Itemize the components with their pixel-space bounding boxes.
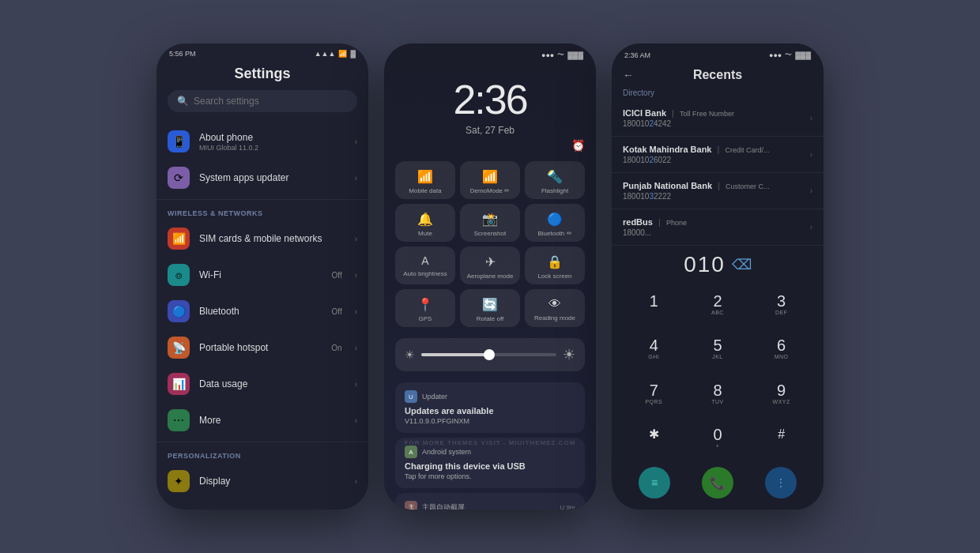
auto-brightness-label: Auto brightness bbox=[401, 270, 449, 277]
contact-redbus[interactable]: redBus | Phone 18000... › bbox=[612, 209, 824, 246]
about-phone-subtitle: MIUI Global 11.0.2 bbox=[199, 144, 345, 152]
notification-theme[interactable]: 主 主题自动截屏 U 9hr 主题自动截屏 is running Tap for… bbox=[395, 493, 585, 510]
sim-title: SIM cards & mobile networks bbox=[199, 233, 345, 244]
key-6[interactable]: 6 MNO bbox=[750, 329, 812, 372]
settings-item-display[interactable]: ✦ Display › bbox=[156, 463, 368, 499]
directory-label: Directory bbox=[612, 85, 824, 100]
sim-chevron: › bbox=[355, 235, 357, 243]
menu-button[interactable]: ≡ bbox=[639, 467, 670, 498]
key-1[interactable]: 1 bbox=[623, 284, 685, 327]
tile-reading[interactable]: 👁 Reading mode bbox=[525, 289, 585, 327]
search-input[interactable] bbox=[194, 96, 348, 107]
kotak-chevron: › bbox=[810, 150, 812, 159]
tile-mute[interactable]: 🔔 Mute bbox=[395, 204, 455, 242]
aeroplane-icon: ✈ bbox=[466, 254, 514, 269]
delete-button[interactable]: ⌫ bbox=[732, 256, 752, 273]
brightness-thumb[interactable] bbox=[484, 349, 495, 360]
tile-lock-screen[interactable]: 🔒 Lock screen bbox=[525, 246, 585, 284]
hotspot-value: On bbox=[331, 344, 341, 352]
brightness-slider[interactable]: ☀ ☀ bbox=[395, 338, 585, 371]
settings-item-hotspot[interactable]: 📡 Portable hotspot On › bbox=[156, 329, 368, 366]
about-phone-chevron: › bbox=[355, 137, 357, 146]
system-apps-icon: ⟳ bbox=[168, 167, 190, 189]
settings-item-system-apps[interactable]: ⟳ System apps updater › bbox=[156, 160, 368, 196]
settings-item-about-phone[interactable]: 📱 About phone MIUI Global 11.0.2 › bbox=[156, 123, 368, 160]
settings-search-bar[interactable]: 🔍 bbox=[168, 90, 357, 112]
key-9[interactable]: 9 WXYZ bbox=[750, 373, 812, 416]
contact-kotak[interactable]: Kotak Mahindra Bank | Credit Card/... 18… bbox=[612, 137, 824, 173]
settings-item-bluetooth[interactable]: 🔵 Bluetooth Off › bbox=[156, 293, 368, 329]
dial-display: 010 ⌫ bbox=[612, 246, 824, 284]
recents-header: ← Recents bbox=[612, 63, 824, 85]
tile-demomode[interactable]: 📶 DemoMode ✏ bbox=[460, 161, 520, 199]
lock-screen-tile-icon: 🔒 bbox=[531, 254, 579, 269]
android-app-icon: A bbox=[405, 446, 417, 458]
mobile-data-icon: 📶 bbox=[401, 169, 449, 184]
phone-settings: 5:56 PM ▲▲▲ 📶 ▓ Settings 🔍 📱 About phone… bbox=[156, 43, 368, 510]
back-button[interactable]: ← bbox=[623, 69, 634, 81]
android-notif-title: Charging this device via USB bbox=[405, 461, 575, 471]
settings-item-wifi[interactable]: ⌾ Wi-Fi Off › bbox=[156, 257, 368, 293]
lock-status-icons: ●●● 〜 ▓▓▓ bbox=[541, 50, 583, 60]
call-icon: 📞 bbox=[710, 476, 726, 491]
key-4[interactable]: 4 GHI bbox=[623, 329, 685, 372]
bluetooth-chevron: › bbox=[355, 307, 357, 316]
key-star[interactable]: ✱ bbox=[623, 418, 685, 461]
tile-flashlight[interactable]: 🔦 Flashlight bbox=[525, 161, 585, 199]
settings-item-data-usage[interactable]: 📊 Data usage › bbox=[156, 366, 368, 402]
key-3[interactable]: 3 DEF bbox=[750, 284, 812, 327]
tile-rotate[interactable]: 🔄 Rotate off bbox=[460, 289, 520, 327]
key-hash[interactable]: # bbox=[750, 418, 812, 461]
updater-app-icon: U bbox=[405, 390, 417, 403]
reading-mode-label: Reading mode bbox=[531, 314, 579, 322]
contact-icici[interactable]: ICICI Bank | Toll Free Number 1800102424… bbox=[612, 100, 824, 137]
settings-item-more[interactable]: ⋯ More › bbox=[156, 402, 368, 438]
theme-notif-time: U 9hr bbox=[560, 504, 575, 510]
tile-auto-brightness[interactable]: A Auto brightness bbox=[395, 246, 455, 284]
call-button[interactable]: 📞 bbox=[702, 467, 733, 498]
mute-icon: 🔔 bbox=[401, 212, 449, 227]
brightness-track[interactable] bbox=[421, 353, 556, 356]
auto-brightness-icon: A bbox=[401, 254, 449, 267]
dialer-screen-content: 2:36 AM ●●● 〜 ▓▓▓ ← Recents Directory IC… bbox=[612, 43, 824, 510]
key-2[interactable]: 2 ABC bbox=[687, 284, 749, 327]
gps-label: GPS bbox=[401, 315, 449, 322]
clock-icon[interactable]: ⏰ bbox=[571, 139, 585, 152]
tile-gps[interactable]: 📍 GPS bbox=[395, 289, 455, 327]
brightness-max-icon: ☀ bbox=[563, 346, 575, 363]
data-usage-chevron: › bbox=[355, 380, 357, 389]
demomode-icon: 📶 bbox=[466, 169, 514, 184]
lock-top-icons: ⏰ bbox=[384, 139, 596, 156]
system-apps-chevron: › bbox=[355, 174, 357, 182]
about-phone-icon: 📱 bbox=[168, 130, 190, 152]
updater-notif-title: Updates are available bbox=[405, 406, 575, 416]
tile-mobile-data[interactable]: 📶 Mobile data bbox=[395, 161, 455, 199]
tile-bluetooth-label: Bluetooth ✏ bbox=[531, 230, 579, 237]
pnb-number: 18001032222 bbox=[623, 192, 810, 201]
wifi-chevron: › bbox=[355, 271, 357, 280]
key-7[interactable]: 7 PQRS bbox=[623, 373, 685, 416]
notification-updater[interactable]: U Updater Updates are available V11.0.9.… bbox=[395, 382, 585, 433]
tile-aeroplane[interactable]: ✈ Aeroplane mode bbox=[460, 246, 520, 284]
wifi-settings-icon: ⌾ bbox=[168, 264, 190, 286]
contact-pnb[interactable]: Punjab National Bank | Customer C... 180… bbox=[612, 173, 824, 209]
more-chevron: › bbox=[355, 416, 357, 425]
reading-mode-icon: 👁 bbox=[531, 297, 579, 311]
lock-time-display: 2:36 Sat, 27 Feb bbox=[384, 63, 596, 139]
settings-time: 5:56 PM bbox=[169, 50, 196, 58]
settings-status-icons: ▲▲▲ 📶 ▓ bbox=[315, 50, 356, 58]
key-5[interactable]: 5 JKL bbox=[687, 329, 749, 372]
tile-bluetooth[interactable]: 🔵 Bluetooth ✏ bbox=[525, 204, 585, 242]
key-8[interactable]: 8 TUV bbox=[687, 373, 749, 416]
recents-title: Recents bbox=[640, 68, 795, 82]
overflow-button[interactable]: ⋮ bbox=[765, 467, 797, 498]
settings-status-bar: 5:56 PM ▲▲▲ 📶 ▓ bbox=[156, 43, 368, 61]
key-0[interactable]: 0 + bbox=[687, 418, 749, 461]
lock-date: Sat, 27 Feb bbox=[384, 125, 596, 136]
tile-screenshot[interactable]: 📸 Screenshot bbox=[460, 204, 520, 242]
lock-screen-tile-label: Lock screen bbox=[531, 273, 579, 280]
settings-item-sim[interactable]: 📶 SIM cards & mobile networks › bbox=[156, 220, 368, 257]
bluetooth-title: Bluetooth bbox=[199, 306, 322, 317]
lock-battery-icon: ▓▓▓ bbox=[567, 51, 583, 59]
aeroplane-label: Aeroplane mode bbox=[466, 273, 514, 280]
